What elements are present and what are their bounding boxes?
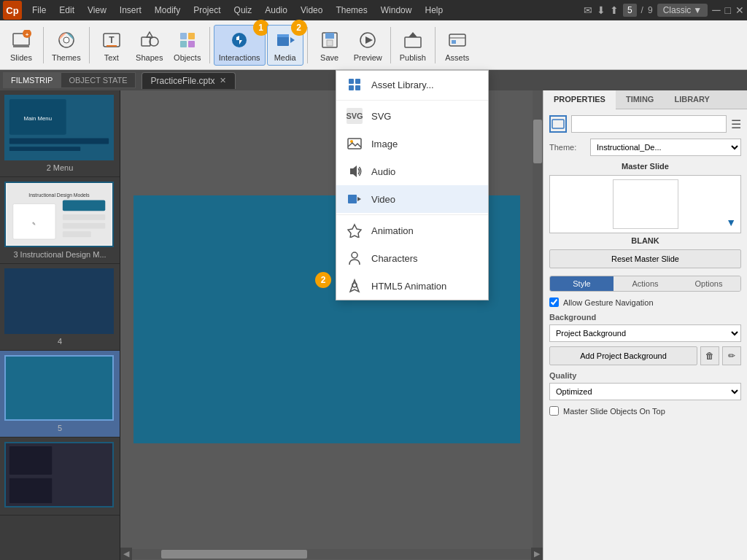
menu-edit[interactable]: Edit [53,3,80,18]
separator-5 [390,27,391,63]
publish-btn[interactable]: Publish [395,26,431,65]
dd-item-audio[interactable]: Audio [336,158,488,185]
classic-mode-btn[interactable]: Classic ▼ [657,4,708,17]
background-select[interactable]: Project Background [549,324,741,342]
dd-item-video[interactable]: Video [336,185,488,213]
tab-properties[interactable]: PROPERTIES [543,90,616,109]
dd-label-characters: Characters [371,253,418,264]
slide-item-1[interactable]: Main Menu 2 Menu [0,90,120,177]
dd-item-animation[interactable]: Animation [336,217,488,244]
menu-file[interactable]: File [26,3,52,18]
tab-library[interactable]: LIBRARY [664,90,719,109]
menu-video[interactable]: Video [295,3,328,18]
save-btn[interactable]: Save [311,26,348,65]
dd-item-characters[interactable]: Characters [336,244,488,272]
slide-item-4[interactable]: 5 [0,351,120,438]
assets-label: Assets [445,53,469,62]
publish-label: Publish [400,53,426,62]
svg-rect-15 [188,41,195,47]
icon-download[interactable]: ⬇ [597,4,605,16]
svg-text:Instructional Design Models: Instructional Design Models [28,192,90,198]
hscroll-thumb[interactable] [161,550,307,559]
animation-icon [347,222,363,238]
menu-quiz[interactable]: Quiz [228,3,258,18]
horizontal-scrollbar[interactable] [132,549,531,559]
property-content: ☰ Theme: Instructional_De... Master Slid… [543,109,747,560]
dd-label-animation: Animation [371,225,414,236]
svg-text:+: + [26,31,29,38]
master-top-checkbox[interactable] [549,406,559,416]
text-icon: T [100,28,123,52]
vscroll-thumb[interactable] [533,120,542,163]
master-slide-box: ▼ [549,175,741,233]
svg-text:T: T [109,35,115,45]
menu-project[interactable]: Project [187,3,226,18]
slide-item-3[interactable]: 4 [0,264,120,351]
hscroll-row: ◀ ▶ [120,548,543,560]
interactions-label: Interactions [219,53,260,62]
svg-point-5 [63,37,69,43]
theme-label: Theme: [549,143,586,152]
preview-btn[interactable]: Preview [349,26,387,65]
tab-timing[interactable]: TIMING [616,90,665,109]
assets-btn[interactable]: Assets [439,26,476,65]
shapes-btn[interactable]: Shapes [131,26,168,65]
slide-label-2: 3 Instructional Design M... [4,250,115,259]
slides-btn[interactable]: + Slides [3,26,39,65]
object-state-tab[interactable]: OBJECT STATE [61,72,135,88]
filmstrip-tab[interactable]: FILMSTRIP [3,72,61,88]
maximize-btn[interactable]: □ [725,4,731,16]
menu-insert[interactable]: Insert [114,3,147,18]
menu-themes[interactable]: Themes [330,3,373,18]
theme-select[interactable]: Instructional_De... [590,139,741,156]
dd-item-asset-library[interactable]: Asset Library... [336,71,488,98]
icon-upload[interactable]: ⬆ [610,4,619,16]
objects-btn[interactable]: Objects [169,26,206,65]
reset-master-slide-btn[interactable]: Reset Master Slide [549,249,741,268]
style-tab-style[interactable]: Style [550,276,614,291]
minimize-btn[interactable]: ─ [712,4,720,17]
dd-label-asset-library: Asset Library... [371,79,434,90]
toolbar: + Slides Themes T Text Shapes Objects In… [0,20,747,70]
slide-item-2[interactable]: Instructional Design Models✎ 3 Instructi… [0,177,120,264]
media-btn[interactable]: Media 2 [267,25,303,66]
svg-marker-24 [365,36,373,44]
interactions-btn[interactable]: Interactions 1 [214,25,266,66]
file-tab-btn[interactable]: PracticeFile.cptx ✕ [142,72,236,89]
shapes-label: Shapes [136,53,163,62]
characters-icon [347,250,363,266]
themes-label: Themes [52,53,81,62]
add-bg-btn[interactable]: Add Project Background [549,346,697,365]
menu-modify[interactable]: Modify [149,3,186,18]
close-btn[interactable]: ✕ [735,4,744,16]
gesture-checkbox[interactable] [549,298,559,307]
master-slide-thumb [613,179,678,229]
dd-item-svg[interactable]: SVG SVG [336,102,488,130]
nav-separator: / [641,5,643,15]
icon-email[interactable]: ✉ [584,4,592,16]
dd-item-html5-animation[interactable]: HTML5 Animation [336,272,488,300]
classic-label: Classic [663,5,692,15]
style-tab-options[interactable]: Options [677,276,740,291]
themes-btn[interactable]: Themes [47,26,85,65]
vertical-scrollbar[interactable] [533,90,543,548]
quality-select[interactable]: Optimized [549,383,741,400]
menu-icon[interactable]: ☰ [731,117,741,131]
master-slide-arrow[interactable]: ▼ [726,217,736,228]
menu-help[interactable]: Help [419,3,449,18]
delete-bg-btn[interactable]: 🗑 [700,346,719,365]
file-tab-close[interactable]: ✕ [220,76,226,85]
style-tab-actions[interactable]: Actions [614,276,677,291]
slide-name-input[interactable] [571,115,727,133]
slide-item-5[interactable] [0,438,120,516]
allow-gesture-row: Allow Gesture Navigation [549,298,741,307]
preview-icon [356,28,379,52]
scroll-left-btn[interactable]: ◀ [120,548,132,560]
dd-item-image[interactable]: Image [336,130,488,158]
menu-view[interactable]: View [82,3,112,18]
menu-window[interactable]: Window [375,3,418,18]
edit-bg-btn[interactable]: ✏ [722,346,741,365]
menu-audio[interactable]: Audio [259,3,293,18]
text-btn[interactable]: T Text [93,26,130,65]
scroll-right-btn[interactable]: ▶ [531,548,543,560]
